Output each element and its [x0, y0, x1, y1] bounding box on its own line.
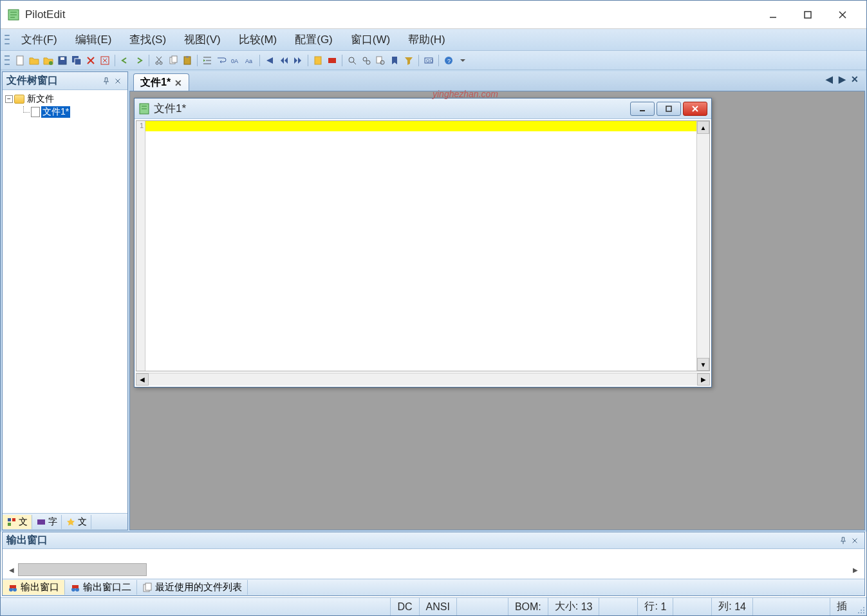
- document-titlebar[interactable]: 文件1*: [135, 98, 711, 119]
- resize-grip-icon[interactable]: [853, 598, 866, 615]
- menu-window[interactable]: 窗口(W): [342, 30, 399, 50]
- menu-compare[interactable]: 比较(M): [230, 30, 286, 50]
- output-scroll-thumb[interactable]: [18, 563, 147, 576]
- menu-edit[interactable]: 编辑(E): [66, 30, 121, 50]
- tree-child-row[interactable]: 文件1*: [5, 106, 125, 118]
- document-tab[interactable]: 文件1* ✕: [133, 73, 189, 91]
- scroll-down-icon[interactable]: ▼: [697, 358, 709, 371]
- sidebar-tab-1[interactable]: 文: [3, 515, 32, 529]
- svg-rect-64: [72, 585, 79, 588]
- window-titlebar: PilotEdit: [1, 1, 866, 29]
- text-editor[interactable]: [145, 121, 696, 371]
- menu-view[interactable]: 视图(V): [175, 30, 230, 50]
- case-toggle-icon[interactable]: Aa: [243, 54, 256, 67]
- horizontal-scrollbar[interactable]: ◀ ▶: [136, 373, 710, 386]
- menu-config[interactable]: 配置(G): [286, 30, 342, 50]
- file-tree-panel: 文件树窗口 − 新文件 文件1* 文 字: [2, 71, 128, 530]
- hscroll-track[interactable]: [149, 373, 697, 386]
- output-scroll-left-icon[interactable]: ◀: [5, 563, 18, 576]
- close-panel-icon[interactable]: [112, 75, 124, 87]
- output-hscroll[interactable]: ◀ ▶: [5, 563, 862, 576]
- scroll-right-icon[interactable]: ▶: [697, 373, 710, 386]
- scroll-left-icon[interactable]: ◀: [136, 373, 149, 386]
- output-close-icon[interactable]: [849, 535, 861, 546]
- vscroll-track[interactable]: [697, 134, 709, 358]
- status-insert: 插: [830, 598, 853, 615]
- paste-icon[interactable]: [181, 54, 194, 67]
- svg-point-70: [858, 612, 859, 613]
- doc-minimize-button[interactable]: [630, 102, 655, 116]
- current-line-highlight: [145, 121, 696, 131]
- undo-icon[interactable]: [118, 54, 131, 67]
- tab-next-icon[interactable]: ▶: [837, 74, 847, 84]
- doc-close-button[interactable]: [683, 102, 707, 116]
- save-icon[interactable]: [56, 54, 69, 67]
- vertical-scrollbar[interactable]: ▲ ▼: [696, 121, 709, 371]
- pin-icon[interactable]: [100, 75, 112, 87]
- scroll-up-icon[interactable]: ▲: [697, 121, 709, 134]
- menu-help[interactable]: 帮助(H): [399, 30, 454, 50]
- indent-icon[interactable]: [201, 54, 214, 67]
- output-tab-3[interactable]: 最近使用的文件列表: [137, 580, 248, 595]
- output-scroll-right-icon[interactable]: ▶: [849, 563, 862, 576]
- status-bom: BOM:: [508, 598, 548, 615]
- sidebar-tab-2[interactable]: 字: [32, 515, 62, 529]
- tree-collapse-icon[interactable]: −: [5, 95, 13, 103]
- tree-root-label: 新文件: [26, 93, 55, 105]
- delete-icon[interactable]: [84, 54, 97, 67]
- open-file-icon[interactable]: [28, 54, 41, 67]
- run-icon[interactable]: [263, 54, 276, 67]
- fast-back-icon[interactable]: [277, 54, 290, 67]
- doc-maximize-button[interactable]: [657, 102, 681, 116]
- output-body[interactable]: ◀ ▶: [3, 549, 864, 579]
- tab-close-all-icon[interactable]: ✕: [850, 74, 860, 84]
- find-icon[interactable]: [346, 54, 359, 67]
- calc-icon[interactable]: [312, 54, 324, 67]
- menu-search[interactable]: 查找(S): [120, 30, 175, 50]
- svg-point-37: [366, 61, 370, 64]
- tab-close-icon[interactable]: ✕: [174, 78, 182, 88]
- window-maximize-button[interactable]: [790, 5, 825, 25]
- save-all-icon[interactable]: [70, 54, 83, 67]
- star-tab-icon: [66, 517, 76, 527]
- document-window: 文件1* 1 ▲ ▼: [134, 98, 712, 387]
- menu-bar: 文件(F) 编辑(E) 查找(S) 视图(V) 比较(M) 配置(G) 窗口(W…: [1, 29, 866, 51]
- sidebar-tab-3[interactable]: 文: [62, 515, 91, 529]
- output-pin-icon[interactable]: [837, 535, 849, 546]
- dropdown-arrow-icon[interactable]: [456, 54, 469, 67]
- filter-icon[interactable]: [402, 54, 415, 67]
- output-tab-2[interactable]: 输出窗口二: [65, 580, 137, 595]
- hex-toggle-icon[interactable]: 0A: [229, 54, 242, 67]
- bookmark-icon[interactable]: [388, 54, 401, 67]
- window-close-button[interactable]: [825, 5, 860, 25]
- tab-prev-icon[interactable]: ◀: [824, 74, 834, 84]
- menubar-grip[interactable]: [5, 33, 10, 46]
- window-minimize-button[interactable]: [756, 5, 790, 25]
- tree-root-row[interactable]: − 新文件: [5, 93, 125, 106]
- output-tab-1[interactable]: 输出窗口: [3, 580, 65, 595]
- mdi-container: yinghezhan.com 文件1* 1: [129, 91, 865, 530]
- open-folder-icon[interactable]: [42, 54, 55, 67]
- cut-icon[interactable]: [153, 54, 165, 67]
- toolbar-grip[interactable]: [5, 54, 10, 67]
- file-tree[interactable]: − 新文件 文件1*: [3, 90, 127, 513]
- close-file-icon[interactable]: [98, 54, 111, 67]
- copy-icon[interactable]: [167, 54, 180, 67]
- svg-rect-49: [37, 519, 45, 525]
- find-in-files-icon[interactable]: [374, 54, 387, 67]
- status-encoding[interactable]: ANSI: [419, 598, 456, 615]
- svg-rect-24: [172, 56, 177, 62]
- new-file-icon[interactable]: [14, 54, 26, 67]
- menu-file[interactable]: 文件(F): [12, 30, 66, 50]
- goto-icon[interactable]: GO: [422, 54, 435, 67]
- redo-icon[interactable]: [133, 54, 145, 67]
- tree-child-label: 文件1*: [41, 106, 70, 118]
- wordwrap-icon[interactable]: [215, 54, 228, 67]
- find-replace-icon[interactable]: [360, 54, 373, 67]
- tree-connector: [23, 106, 30, 113]
- svg-rect-48: [8, 523, 11, 526]
- svg-rect-66: [145, 583, 151, 590]
- fast-forward-icon[interactable]: [292, 54, 304, 67]
- help-icon[interactable]: ?: [442, 54, 455, 67]
- tool-icon-red[interactable]: [326, 54, 339, 67]
